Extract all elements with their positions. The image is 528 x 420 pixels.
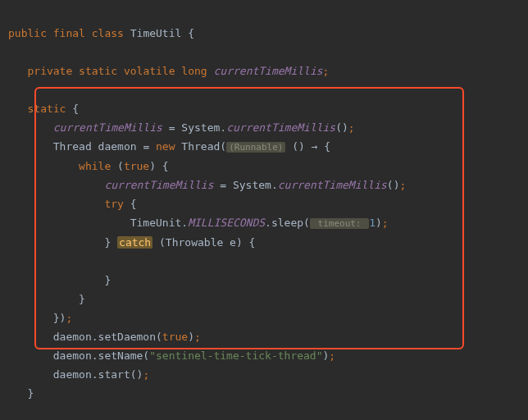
- kw-final: final: [53, 27, 85, 39]
- semi: ;: [194, 331, 201, 343]
- param-hint: (Runnable): [226, 142, 285, 153]
- var: daemon: [98, 140, 137, 153]
- ob: {: [124, 198, 137, 210]
- sys: System.: [181, 121, 226, 134]
- pp: (): [335, 121, 348, 134]
- op: (: [111, 160, 124, 172]
- timeunit: TimeUnit.: [130, 217, 188, 229]
- field: currentTimeMillis: [53, 121, 162, 134]
- kw-while: while: [79, 160, 111, 172]
- cp: ): [376, 217, 382, 229]
- static-call: currentTimeMillis: [226, 121, 335, 134]
- kw-static: static: [27, 103, 66, 115]
- sys: System.: [233, 179, 278, 191]
- kw-private: private: [27, 65, 72, 77]
- param-hint: timeout:: [310, 218, 369, 229]
- cb: }: [104, 236, 111, 249]
- class-name: TimeUtil: [130, 27, 182, 39]
- kw-volatile: volatile: [124, 65, 175, 77]
- semi: ;: [348, 121, 355, 134]
- field: currentTimeMillis: [214, 65, 323, 77]
- field: currentTimeMillis: [104, 179, 213, 191]
- cp: ) {: [149, 160, 168, 172]
- semi: ;: [382, 217, 389, 229]
- kw-new: new: [156, 140, 175, 153]
- cp: ): [188, 331, 194, 343]
- string-literal: "sentinel-time-tick-thread": [149, 349, 322, 362]
- kw-catch: catch: [117, 236, 152, 249]
- arrow: () → {: [285, 140, 330, 153]
- kw-try: try: [104, 198, 123, 210]
- cb: }): [53, 312, 66, 324]
- call: daemon.setName(: [53, 349, 149, 362]
- kw-long: long: [181, 65, 207, 77]
- semi: ;: [66, 312, 72, 324]
- num-literal: 1: [369, 217, 376, 229]
- eq: =: [137, 140, 156, 153]
- eq: =: [162, 121, 181, 134]
- static-call: currentTimeMillis: [278, 179, 387, 191]
- eq: =: [213, 179, 232, 191]
- semi: ;: [143, 368, 149, 381]
- brace: {: [72, 103, 79, 115]
- cb: }: [79, 293, 85, 305]
- cb: }: [104, 274, 111, 286]
- kw-public: public: [8, 27, 47, 39]
- kw-class: class: [92, 27, 124, 39]
- sleep: .sleep(: [265, 217, 310, 229]
- pp: (): [387, 179, 400, 191]
- kw-static: static: [79, 65, 117, 77]
- ctor: Thread(: [181, 140, 226, 153]
- call: daemon.start(): [53, 368, 143, 381]
- call: daemon.setDaemon(: [53, 331, 162, 343]
- kw-true: true: [162, 331, 188, 343]
- semi: ;: [399, 179, 406, 191]
- cb: }: [27, 387, 34, 399]
- brace: {: [188, 27, 194, 39]
- catch-params: (Throwable e) {: [152, 236, 255, 249]
- enum-const: MILLISECONDS: [188, 217, 265, 229]
- kw-true: true: [124, 160, 149, 172]
- semi: ;: [323, 65, 330, 77]
- thread-type: Thread: [53, 140, 98, 153]
- semi: ;: [329, 349, 335, 362]
- code-block: public final class TimeUtil { private st…: [0, 0, 528, 420]
